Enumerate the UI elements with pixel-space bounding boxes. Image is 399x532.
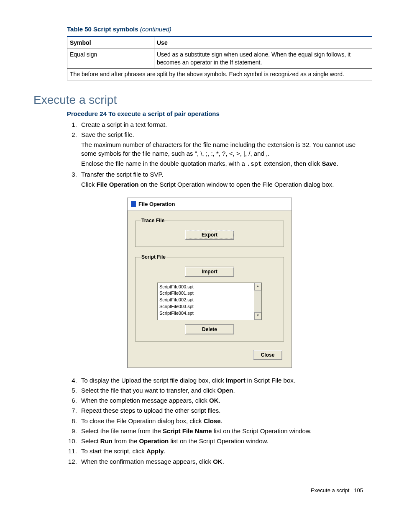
- script-symbols-table: Symbol Use Equal sign Used as a substitu…: [67, 36, 372, 80]
- page-footer: Execute a script 105: [33, 487, 366, 494]
- list-item[interactable]: ScriptFile002.spt: [159, 297, 252, 303]
- procedure-steps: Create a script in a text format. Save t…: [67, 121, 366, 466]
- table-row: Equal sign Used as a substitute sign whe…: [67, 49, 372, 69]
- close-button[interactable]: Close: [253, 350, 282, 360]
- page-number: 105: [354, 487, 363, 493]
- step-12: When the confirmation message appears, c…: [79, 457, 366, 466]
- step-8: To close the File Operation dialog box, …: [79, 417, 366, 425]
- cell-use: Used as a substitute sign when used alon…: [154, 49, 372, 69]
- procedure-title: Procedure 24 To execute a script of pair…: [67, 110, 366, 118]
- dialog-titlebar: File Operation: [128, 198, 292, 211]
- script-file-listbox[interactable]: ScriptFile000.spt ScriptFile001.spt Scri…: [157, 283, 262, 320]
- table-footer-row: The before and after phrases are split b…: [67, 68, 372, 80]
- step-3-para-1: Click File Operation on the Script Opera…: [81, 180, 366, 189]
- list-item[interactable]: ScriptFile000.spt: [159, 284, 252, 290]
- file-operation-dialog: File Operation Trace File Export Script …: [127, 198, 292, 368]
- trace-file-legend: Trace File: [141, 217, 165, 224]
- section-heading: Execute a script: [33, 92, 366, 108]
- step-2-para-1: The maximum number of characters for the…: [81, 141, 366, 158]
- list-item[interactable]: ScriptFile001.spt: [159, 290, 252, 297]
- script-file-group: Script File Import ScriptFile000.spt Scr…: [135, 254, 284, 341]
- step-2: Save the script file. The maximum number…: [79, 131, 366, 169]
- col-symbol: Symbol: [67, 37, 154, 49]
- step-9: Select the file name from the Script Fil…: [79, 427, 366, 435]
- col-use: Use: [154, 37, 372, 49]
- trace-file-group: Trace File Export: [135, 217, 284, 247]
- step-10: Select Run from the Operation list on th…: [79, 437, 366, 445]
- step-6: When the completion message appears, cli…: [79, 396, 366, 405]
- script-file-legend: Script File: [141, 254, 166, 260]
- step-1: Create a script in a text format.: [79, 121, 366, 129]
- scrollbar[interactable]: ▲ ▼: [254, 283, 261, 320]
- table-caption: Table 50 Script symbols (continued): [67, 25, 366, 33]
- table-footer-text: The before and after phrases are split b…: [67, 68, 372, 80]
- step-2-para-2: Enclose the file name in the double quot…: [81, 159, 366, 169]
- step-5: Select the file that you want to transfe…: [79, 386, 366, 395]
- list-item[interactable]: ScriptFile004.spt: [159, 310, 252, 317]
- dialog-icon: [131, 201, 136, 207]
- scroll-down-icon[interactable]: ▼: [254, 312, 261, 320]
- cell-symbol: Equal sign: [67, 49, 154, 69]
- step-3: Transfer the script file to SVP. Click F…: [79, 170, 366, 368]
- import-button[interactable]: Import: [185, 267, 234, 277]
- export-button[interactable]: Export: [185, 230, 234, 240]
- caption-main: Table 50 Script symbols: [67, 26, 140, 33]
- list-item[interactable]: ScriptFile003.spt: [159, 303, 252, 310]
- step-7: Repeat these steps to upload the other s…: [79, 406, 366, 415]
- dialog-title-text: File Operation: [138, 200, 175, 208]
- delete-button[interactable]: Delete: [185, 324, 234, 334]
- footer-text: Execute a script: [311, 487, 350, 493]
- step-4: To display the Upload the script file di…: [79, 376, 366, 385]
- caption-continued: (continued): [140, 26, 171, 33]
- scroll-up-icon[interactable]: ▲: [254, 283, 261, 290]
- step-11: To start the script, click Apply.: [79, 447, 366, 455]
